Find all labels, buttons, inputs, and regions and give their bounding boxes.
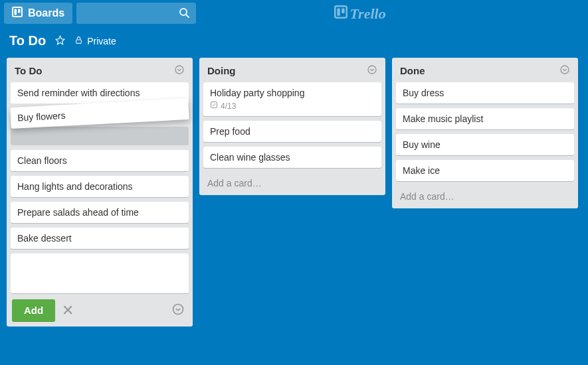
card-text: Prep food (210, 126, 250, 137)
visibility-label: Private (87, 36, 116, 46)
svg-point-11 (173, 305, 183, 315)
close-icon[interactable]: ✕ (62, 303, 74, 318)
list-header: Done (396, 62, 574, 82)
card[interactable]: Prepare salads ahead of time (11, 202, 189, 223)
card[interactable]: Hang lights and decorations (11, 176, 189, 197)
card-text: Hang lights and decorations (17, 181, 133, 192)
star-icon[interactable] (55, 35, 65, 47)
drop-placeholder (11, 127, 189, 145)
card-text: Prepare salads ahead of time (17, 207, 139, 218)
card[interactable]: Clean wine glasses (203, 147, 381, 168)
checklist-count: 4/13 (221, 102, 236, 111)
list-header: Doing (203, 62, 381, 82)
composer-menu-button[interactable] (171, 303, 185, 318)
lock-icon (74, 36, 83, 46)
card-text: Send reminder with directions (17, 88, 140, 98)
trello-logo[interactable]: Trello (334, 5, 386, 23)
boards-icon (12, 7, 23, 20)
trello-logo-text: Trello (350, 5, 386, 23)
search-icon (179, 7, 189, 20)
card-text: Make ice (403, 165, 440, 176)
svg-rect-2 (15, 9, 17, 15)
list-title[interactable]: To Do (15, 65, 42, 76)
card-composer[interactable] (11, 254, 189, 293)
add-card-link[interactable]: Add a card… (396, 186, 574, 204)
card-text: Clean floors (17, 155, 67, 166)
search-input[interactable] (76, 3, 196, 24)
card-text: Buy dress (403, 88, 444, 98)
add-card-link[interactable]: Add a card… (203, 173, 381, 191)
board-bar: To Do Private (0, 27, 588, 58)
card[interactable]: Clean floors (11, 150, 189, 171)
svg-point-10 (175, 66, 183, 74)
list-menu-button[interactable] (174, 64, 185, 77)
board-title[interactable]: To Do (9, 33, 46, 48)
card-text: Holiday party shopping (210, 88, 304, 98)
svg-point-12 (368, 66, 376, 74)
card[interactable]: Make ice (396, 160, 574, 181)
trello-logo-icon (334, 5, 347, 23)
list-todo: To Do Send reminder with directions Buy … (7, 58, 193, 327)
card[interactable]: Buy wine (396, 134, 574, 155)
card[interactable]: Make music playlist (396, 108, 574, 129)
list-doing: Doing Holiday party shopping 4/13 Prep f… (199, 58, 385, 195)
svg-rect-8 (342, 8, 344, 13)
list-title[interactable]: Doing (207, 65, 236, 76)
top-nav: Boards Trello (0, 0, 588, 27)
boards-label: Boards (28, 7, 64, 19)
list-title[interactable]: Done (400, 65, 425, 76)
add-button[interactable]: Add (12, 299, 55, 321)
list-menu-button[interactable] (367, 64, 377, 77)
lists-container: To Do Send reminder with directions Buy … (0, 58, 588, 327)
svg-rect-3 (18, 9, 21, 13)
card-text: Make music playlist (403, 113, 483, 124)
card-text: Buy flowers (17, 110, 66, 123)
list-menu-button[interactable] (559, 64, 570, 77)
composer-controls: Add ✕ (11, 298, 189, 323)
svg-rect-9 (76, 39, 82, 42)
boards-button[interactable]: Boards (4, 3, 72, 24)
list-done: Done Buy dress Make music playlist Buy w… (392, 58, 578, 208)
card-text: Buy wine (403, 139, 441, 150)
svg-point-14 (561, 66, 569, 74)
card[interactable]: Holiday party shopping 4/13 (203, 82, 381, 116)
list-header: To Do (11, 62, 189, 82)
svg-rect-7 (337, 8, 340, 15)
card[interactable]: Prep food (203, 121, 381, 142)
visibility-toggle[interactable]: Private (74, 36, 116, 46)
checklist-icon (210, 101, 218, 111)
checklist-badge: 4/13 (210, 101, 375, 111)
card[interactable]: Buy dress (396, 82, 574, 104)
card-text: Clean wine glasses (210, 152, 290, 163)
svg-line-5 (186, 15, 189, 17)
svg-rect-6 (335, 6, 347, 18)
card-text: Bake dessert (17, 233, 72, 244)
card[interactable]: Bake dessert (11, 228, 189, 249)
